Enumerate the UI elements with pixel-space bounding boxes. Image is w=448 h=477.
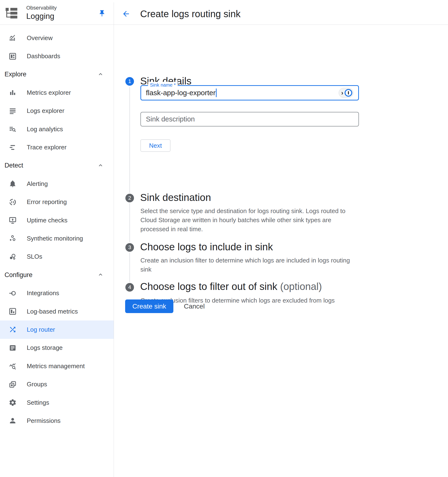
- sidebar-item-logs-explorer[interactable]: Logs explorer: [0, 102, 114, 120]
- sidebar-item-error-reporting[interactable]: Error reporting: [0, 193, 114, 211]
- chevron-up-icon[interactable]: [97, 71, 104, 78]
- sidebar-item-label: Metrics explorer: [27, 89, 71, 96]
- create-sink-button[interactable]: Create sink: [125, 299, 173, 313]
- sidebar-item-label: Log-based metrics: [27, 308, 78, 315]
- sidebar-item-settings[interactable]: Settings: [0, 394, 114, 412]
- sidebar-item-slos[interactable]: SLOs: [0, 248, 114, 266]
- text-cursor: [216, 89, 217, 97]
- sidebar-item-log-based-metrics[interactable]: Log-based metrics: [0, 302, 114, 321]
- settings-gear-icon: [9, 399, 17, 407]
- step-4-title-text: Choose logs to filter out of sink: [140, 281, 277, 292]
- step-3-number: 3: [125, 243, 134, 252]
- back-arrow-icon[interactable]: [122, 10, 130, 18]
- sidebar-item-label: Integrations: [27, 289, 59, 297]
- product-name: Observability: [26, 5, 57, 11]
- section-name: Logging: [26, 11, 57, 21]
- sidebar-item-label: Groups: [27, 381, 47, 388]
- integrations-icon: [9, 289, 17, 297]
- password-manager-extension-icon[interactable]: ›: [339, 88, 353, 98]
- cancel-button[interactable]: Cancel: [180, 299, 208, 313]
- logs-storage-icon: [9, 344, 17, 352]
- wizard: 1 Sink details Provide a name and descri…: [114, 25, 448, 477]
- sink-name-label: Sink name *: [148, 82, 178, 88]
- sidebar-item-label: Error reporting: [27, 198, 67, 206]
- sidebar-item-label: Logs storage: [27, 344, 63, 352]
- pin-icon[interactable]: [97, 9, 107, 18]
- sidebar-item-trace-explorer[interactable]: Trace explorer: [0, 138, 114, 156]
- logs-explorer-icon: [9, 107, 17, 115]
- sidebar-item-synthetic-monitoring[interactable]: Synthetic monitoring: [0, 229, 114, 247]
- sidebar-item-label: Permissions: [27, 417, 61, 424]
- sidebar-item-label: Overview: [27, 34, 53, 42]
- dashboards-icon: [9, 52, 17, 60]
- sidebar-item-metrics-explorer[interactable]: Metrics explorer: [0, 83, 114, 102]
- sidebar-section-label: Configure: [5, 271, 32, 279]
- chevron-up-icon[interactable]: [97, 271, 104, 279]
- sidebar: Observability Logging Overview Dashboard…: [0, 2, 114, 477]
- log-router-shuffle-icon: [9, 325, 17, 334]
- sidebar-section-detect[interactable]: Detect: [0, 156, 114, 175]
- trace-explorer-icon: [9, 143, 17, 152]
- one-password-icon: [345, 89, 352, 97]
- log-based-metrics-icon: [9, 307, 17, 316]
- sidebar-item-label: Metrics management: [27, 363, 85, 370]
- next-button[interactable]: Next: [140, 139, 170, 152]
- sidebar-item-label: Alerting: [27, 180, 48, 188]
- sink-description-placeholder: Sink description: [146, 115, 195, 123]
- page-title: Create logs routing sink: [140, 8, 241, 20]
- sidebar-item-label: SLOs: [27, 253, 42, 260]
- sidebar-item-label: Settings: [27, 399, 49, 406]
- sidebar-section-label: Explore: [5, 71, 26, 78]
- sidebar-item-metrics-management[interactable]: Metrics management: [0, 357, 114, 375]
- sink-description-input[interactable]: Sink description: [140, 112, 359, 126]
- step-3-description: Create an inclusion filter to determine …: [140, 256, 415, 274]
- sidebar-item-log-router[interactable]: Log router: [0, 321, 114, 339]
- sidebar-item-dashboards[interactable]: Dashboards: [0, 47, 114, 65]
- sidebar-item-label: Dashboards: [27, 53, 60, 60]
- step-2-title: Sink destination: [140, 191, 211, 204]
- sidebar-item-label: Uptime checks: [27, 217, 67, 224]
- permissions-person-icon: [9, 417, 17, 425]
- step-2-number: 2: [125, 194, 134, 202]
- metrics-explorer-icon: [9, 89, 17, 97]
- uptime-checks-icon: [9, 216, 17, 224]
- slos-icon: [9, 253, 17, 261]
- sidebar-section-label: Detect: [5, 162, 23, 169]
- sidebar-item-label: Trace explorer: [27, 144, 67, 151]
- step-4-title: Choose logs to filter out of sink (optio…: [140, 280, 322, 293]
- sidebar-item-alerting[interactable]: Alerting: [0, 175, 114, 193]
- sidebar-titles: Observability Logging: [26, 5, 57, 21]
- page-header: Create logs routing sink: [114, 2, 448, 25]
- chevron-up-icon[interactable]: [97, 162, 104, 169]
- sidebar-item-label: Logs explorer: [27, 107, 65, 114]
- step-connector: [129, 203, 130, 242]
- main-area: Create logs routing sink 1 Sink details …: [114, 2, 448, 477]
- sidebar-item-permissions[interactable]: Permissions: [0, 412, 114, 430]
- alerting-bell-icon: [9, 180, 17, 188]
- groups-icon: [9, 380, 17, 388]
- step-2-description: Select the service type and destination …: [140, 206, 415, 234]
- sidebar-item-groups[interactable]: Groups: [0, 375, 114, 393]
- sink-name-value: flask-app-log-exporter: [146, 89, 216, 97]
- step-connector: [129, 87, 130, 193]
- step-1-number: 1: [125, 77, 134, 86]
- sidebar-item-overview[interactable]: Overview: [0, 29, 114, 47]
- chevron-right-icon: ›: [341, 90, 343, 96]
- sidebar-item-integrations[interactable]: Integrations: [0, 284, 114, 302]
- sidebar-nav: Overview Dashboards Explore Metrics expl…: [0, 25, 114, 430]
- sidebar-item-uptime-checks[interactable]: Uptime checks: [0, 211, 114, 229]
- step-connector: [129, 253, 130, 282]
- sidebar-item-logs-storage[interactable]: Logs storage: [0, 339, 114, 357]
- error-reporting-icon: [9, 198, 17, 206]
- sidebar-item-label: Log analytics: [27, 125, 63, 133]
- sidebar-item-label: Synthetic monitoring: [27, 235, 83, 242]
- step-4-number: 4: [125, 283, 134, 292]
- overview-icon: [9, 34, 17, 42]
- sidebar-section-configure[interactable]: Configure: [0, 266, 114, 284]
- step-4-title-optional: (optional): [280, 281, 322, 292]
- sidebar-item-log-analytics[interactable]: Log analytics: [0, 120, 114, 138]
- step-3-title: Choose logs to include in sink: [140, 241, 273, 253]
- sidebar-section-explore[interactable]: Explore: [0, 65, 114, 83]
- sidebar-item-label: Log router: [27, 326, 55, 333]
- logging-product-icon: [5, 6, 18, 20]
